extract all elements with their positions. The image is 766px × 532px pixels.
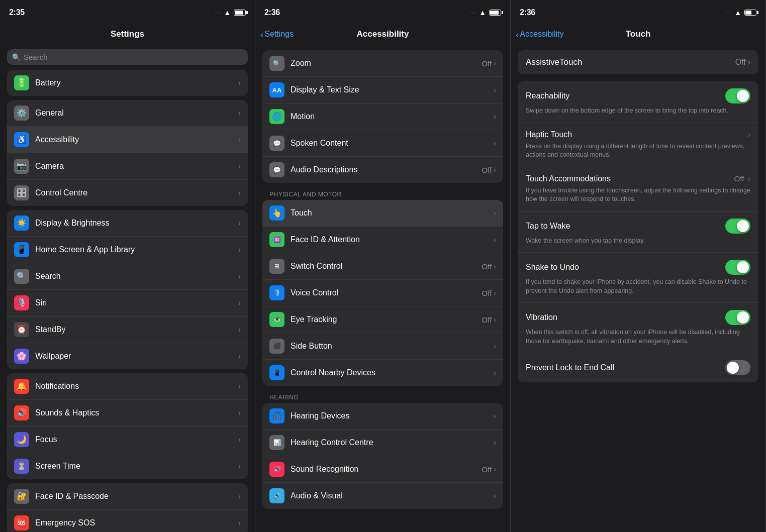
haptic-touch-row[interactable]: Haptic Touch › Press on the display usin… [518, 123, 758, 167]
shake-undo-row[interactable]: Shake to Undo If you tend to shake your … [518, 253, 758, 303]
faceid-section: 🔐 Face ID & Passcode › 🆘 Emergency SOS › [7, 483, 248, 532]
tap-to-wake-row[interactable]: Tap to Wake Wake the screen when you tap… [518, 211, 758, 253]
search-row[interactable]: 🔍 Search › [7, 263, 248, 290]
accessibility-panel: 2:36 ··· ▲ ‹ Settings Accessibility 🔍 Zo… [255, 0, 511, 532]
accessibility-row[interactable]: ♿ Accessibility › [7, 127, 248, 153]
battery-chevron: › [238, 79, 241, 87]
camera-label: Camera [35, 162, 238, 171]
zoom-value: Off [482, 59, 492, 68]
audio-desc-row[interactable]: 💬 Audio Descriptions Off › [262, 157, 503, 183]
status-bar-1: 2:35 ··· ▲ [0, 0, 255, 22]
tap-to-wake-thumb [737, 220, 749, 232]
accessibility-back-button[interactable]: ‹ Accessibility [516, 30, 563, 39]
eye-tracking-value: Off [482, 315, 492, 324]
emergency-label: Emergency SOS [35, 518, 238, 527]
nav-bar-1: Settings [0, 22, 255, 46]
shake-undo-title: Shake to Undo [526, 263, 579, 272]
home-screen-row[interactable]: 📱 Home Screen & App Library › [7, 237, 248, 263]
reachability-desc: Swipe down on the bottom edge of the scr… [526, 107, 750, 116]
wallpaper-label: Wallpaper [35, 352, 238, 361]
nav-title-2: Accessibility [357, 29, 409, 39]
vibration-desc: When this switch is off, all vibration o… [526, 328, 750, 346]
spoken-content-row[interactable]: 💬 Spoken Content › [262, 130, 503, 157]
screen-time-row[interactable]: ⏳ Screen Time › [7, 453, 248, 479]
standby-label: StandBy [35, 325, 238, 334]
spoken-content-label: Spoken Content [291, 139, 494, 148]
accessibility-icon: ♿ [14, 132, 29, 147]
time-1: 2:35 [9, 8, 25, 17]
sounds-row[interactable]: 🔊 Sounds & Haptics › [7, 400, 248, 427]
siri-row[interactable]: 🎙️ Siri › [7, 290, 248, 316]
faceid-passcode-row[interactable]: 🔐 Face ID & Passcode › [7, 483, 248, 510]
back-label-2: Settings [264, 30, 294, 39]
status-icons-1: ··· ▲ [215, 9, 246, 17]
reachability-main: Reachability [526, 88, 750, 103]
display-text-size-row[interactable]: AA Display & Text Size › [262, 77, 503, 103]
battery-section: 🔋 Battery › [7, 70, 248, 96]
prevent-lock-toggle[interactable] [725, 360, 750, 375]
touch-row[interactable]: 👆 Touch › [262, 200, 503, 227]
search-row-icon: 🔍 [14, 269, 29, 284]
prevent-lock-row[interactable]: Prevent Lock to End Call [518, 353, 758, 382]
focus-row[interactable]: 🌙 Focus › [7, 427, 248, 453]
touch-accommodations-main: Touch Accommodations Off › [526, 174, 750, 183]
display-icon: ☀️ [14, 216, 29, 231]
vibration-row[interactable]: Vibration When this switch is off, all v… [518, 303, 758, 353]
wifi-icon-1: ▲ [224, 9, 231, 17]
tap-to-wake-main: Tap to Wake [526, 219, 750, 234]
battery-icon-3 [744, 10, 756, 16]
physical-motor-label: PHYSICAL AND MOTOR [262, 187, 503, 200]
hearing-control-row[interactable]: 📊 Hearing Control Centre › [262, 430, 503, 456]
home-screen-label: Home Screen & App Library [35, 245, 238, 254]
standby-row[interactable]: ⏰ StandBy › [7, 316, 248, 343]
sounds-icon: 🔊 [14, 405, 29, 420]
sound-recognition-row[interactable]: 🔊 Sound Recognition Off › [262, 456, 503, 483]
time-3: 2:36 [520, 8, 535, 17]
shake-undo-toggle[interactable] [725, 260, 750, 275]
touch-accommodations-value: Off [734, 174, 744, 183]
camera-row[interactable]: 📷 Camera › [7, 153, 248, 180]
touch-accommodations-title: Touch Accommodations [526, 174, 611, 183]
accessibility-scroll[interactable]: 🔍 Zoom Off › AA Display & Text Size › 🌀 … [255, 46, 510, 532]
eye-tracking-row[interactable]: 👁️ Eye Tracking Off › [262, 306, 503, 333]
assistive-touch-section[interactable]: AssistiveTouch Off › [518, 50, 758, 74]
hearing-control-icon: 📊 [269, 435, 284, 450]
settings-panel: 2:35 ··· ▲ Settings 🔍 Search 🔋 Battery › [0, 0, 255, 532]
notifications-row[interactable]: 🔔 Notifications › [7, 373, 248, 400]
vibration-toggle[interactable] [725, 310, 750, 325]
touch-accommodations-row[interactable]: Touch Accommodations Off › If you have t… [518, 167, 758, 211]
reachability-toggle[interactable] [725, 88, 750, 103]
haptic-touch-title: Haptic Touch [526, 130, 572, 139]
hearing-section: 🎧 Hearing Devices › 📊 Hearing Control Ce… [262, 403, 503, 509]
display-row[interactable]: ☀️ Display & Brightness › [7, 210, 248, 237]
settings-scroll[interactable]: 🔋 Battery › ⚙️ General › ♿ Accessibility… [0, 70, 255, 532]
wifi-icon-3: ▲ [734, 9, 741, 17]
wallpaper-row[interactable]: 🌸 Wallpaper › [7, 343, 248, 369]
faceid-attention-row[interactable]: 🆔 Face ID & Attention › [262, 227, 503, 253]
audio-visual-label: Audio & Visual [291, 491, 494, 500]
zoom-row[interactable]: 🔍 Zoom Off › [262, 50, 503, 77]
back-chevron-3: ‹ [516, 30, 519, 39]
emergency-row[interactable]: 🆘 Emergency SOS › [7, 510, 248, 532]
audio-visual-icon: 🔊 [269, 488, 284, 503]
wifi-icon-2: ▲ [479, 9, 486, 17]
voice-control-row[interactable]: 🎙️ Voice Control Off › [262, 280, 503, 306]
tap-to-wake-toggle[interactable] [725, 219, 750, 234]
switch-control-row[interactable]: ⊞ Switch Control Off › [262, 253, 503, 280]
side-button-row[interactable]: ⬛ Side Button › [262, 333, 503, 360]
motion-row[interactable]: 🌀 Motion › [262, 103, 503, 130]
reachability-row[interactable]: Reachability Swipe down on the bottom ed… [518, 81, 758, 123]
control-centre-row[interactable]: 🎛️ Control Centre › [7, 180, 248, 206]
hearing-label: HEARING [262, 390, 503, 403]
hearing-devices-row[interactable]: 🎧 Hearing Devices › [262, 403, 503, 430]
audio-visual-row[interactable]: 🔊 Audio & Visual › [262, 483, 503, 509]
search-bar[interactable]: 🔍 Search [7, 49, 248, 65]
settings-back-button[interactable]: ‹ Settings [260, 30, 294, 39]
battery-row[interactable]: 🔋 Battery › [7, 70, 248, 96]
touch-scroll[interactable]: AssistiveTouch Off › Reachability Swipe … [511, 46, 765, 532]
audio-desc-icon: 💬 [269, 162, 284, 177]
battery-icon-2 [489, 10, 501, 16]
control-nearby-row[interactable]: 📱 Control Nearby Devices › [262, 360, 503, 386]
motor-section: 👆 Touch › 🆔 Face ID & Attention › ⊞ Swit… [262, 200, 503, 386]
general-row[interactable]: ⚙️ General › [7, 100, 248, 127]
